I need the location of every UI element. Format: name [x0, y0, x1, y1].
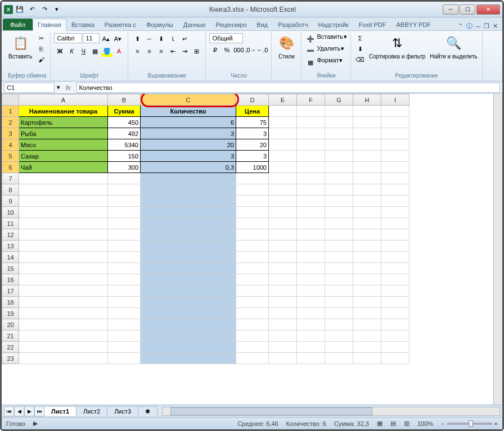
cell-A1[interactable]: Наименование товара [19, 106, 108, 117]
col-header-H[interactable]: H [353, 94, 381, 106]
cell-H19[interactable] [353, 308, 381, 319]
sheet-tab-3[interactable]: Лист3 [107, 406, 138, 416]
cell-I9[interactable] [381, 196, 410, 207]
cell-D3[interactable]: 3 [236, 128, 269, 139]
cell-F6[interactable] [297, 162, 325, 173]
cell-B19[interactable] [108, 308, 141, 319]
fill-icon[interactable]: ⬇ [354, 44, 366, 54]
view-pagebreak-icon[interactable]: ▥ [404, 420, 410, 427]
tab-formulas[interactable]: Формулы [141, 19, 178, 30]
row-header-7[interactable]: 7 [2, 173, 19, 184]
cell-A6[interactable]: Чай [19, 162, 108, 173]
row-header-20[interactable]: 20 [2, 319, 19, 330]
cell-D18[interactable] [236, 297, 269, 308]
cell-F22[interactable] [297, 342, 325, 353]
cell-B23[interactable] [108, 353, 141, 364]
cell-I15[interactable] [381, 263, 410, 274]
cell-E11[interactable] [269, 218, 297, 229]
cell-E23[interactable] [269, 353, 297, 364]
cell-A3[interactable]: Рыба [19, 128, 108, 139]
cell-D10[interactable] [236, 207, 269, 218]
cell-C18[interactable] [141, 297, 236, 308]
cell-C1[interactable]: Количество [141, 106, 236, 117]
wrap-text-icon[interactable]: ↵ [179, 33, 190, 44]
cell-B13[interactable] [108, 241, 141, 252]
cell-G21[interactable] [325, 330, 353, 342]
align-bottom-icon[interactable]: ⬇ [155, 33, 166, 44]
cell-H4[interactable] [353, 139, 381, 151]
qat-redo-icon[interactable]: ↷ [39, 4, 50, 15]
doc-restore-icon[interactable]: ❐ [484, 22, 489, 30]
cell-C14[interactable] [141, 252, 236, 263]
cell-F13[interactable] [297, 241, 325, 252]
qat-dropdown-icon[interactable]: ▾ [51, 4, 62, 15]
cell-G12[interactable] [325, 229, 353, 241]
cell-H22[interactable] [353, 342, 381, 353]
view-normal-icon[interactable]: ▦ [377, 420, 382, 427]
cell-H12[interactable] [353, 229, 381, 241]
cell-I19[interactable] [381, 308, 410, 319]
horizontal-scrollbar[interactable] [162, 407, 500, 416]
sheet-tab-2[interactable]: Лист2 [76, 406, 107, 416]
cell-H23[interactable] [353, 353, 381, 364]
row-header-3[interactable]: 3 [2, 128, 19, 139]
increase-indent-icon[interactable]: ⇥ [179, 46, 190, 57]
cell-E9[interactable] [269, 196, 297, 207]
cell-D16[interactable] [236, 274, 269, 285]
cut-icon[interactable]: ✂ [35, 33, 47, 43]
cell-G8[interactable] [325, 184, 353, 196]
tab-review[interactable]: Рецензиро [211, 19, 252, 30]
border-icon[interactable]: ▦ [89, 46, 101, 57]
cell-B6[interactable]: 300 [108, 162, 141, 173]
cell-A4[interactable]: Мясо [19, 139, 108, 151]
row-header-17[interactable]: 17 [2, 285, 19, 297]
col-header-A[interactable]: A [19, 94, 108, 106]
sheet-tab-1[interactable]: Лист1 [44, 406, 76, 416]
cell-A2[interactable]: Картофель [19, 117, 108, 128]
orientation-icon[interactable]: ⤹ [167, 33, 178, 44]
find-select-button[interactable]: 🔍 Найти и выделить [429, 33, 478, 61]
cell-I11[interactable] [381, 218, 410, 229]
cell-C10[interactable] [141, 207, 236, 218]
cell-A11[interactable] [19, 218, 108, 229]
cell-G14[interactable] [325, 252, 353, 263]
cell-A7[interactable] [19, 173, 108, 184]
cell-B21[interactable] [108, 330, 141, 342]
qat-save-icon[interactable]: 💾 [14, 4, 25, 15]
cell-I23[interactable] [381, 353, 410, 364]
tab-abbyy[interactable]: ABBYY PDF [392, 19, 436, 30]
cell-D21[interactable] [236, 330, 269, 342]
cell-F10[interactable] [297, 207, 325, 218]
cell-E8[interactable] [269, 184, 297, 196]
cell-I8[interactable] [381, 184, 410, 196]
cell-H18[interactable] [353, 297, 381, 308]
cell-I18[interactable] [381, 297, 410, 308]
cell-B4[interactable]: 5340 [108, 139, 141, 151]
row-header-15[interactable]: 15 [2, 263, 19, 274]
cell-B3[interactable]: 492 [108, 128, 141, 139]
cell-I3[interactable] [381, 128, 410, 139]
align-middle-icon[interactable]: ↔ [143, 33, 155, 44]
row-header-2[interactable]: 2 [2, 117, 19, 128]
tab-developer[interactable]: Разработч [273, 19, 313, 30]
cell-F15[interactable] [297, 263, 325, 274]
cell-A5[interactable]: Сахар [19, 151, 108, 162]
cell-F1[interactable] [297, 106, 325, 117]
row-header-6[interactable]: 6 [2, 162, 19, 173]
cell-H11[interactable] [353, 218, 381, 229]
tab-insert[interactable]: Вставка [66, 19, 100, 30]
row-header-11[interactable]: 11 [2, 218, 19, 229]
sheet-nav-last[interactable]: ⏭ [34, 406, 44, 416]
font-name-combo[interactable]: Calibri [54, 33, 82, 43]
cell-H1[interactable] [353, 106, 381, 117]
cell-E15[interactable] [269, 263, 297, 274]
cell-G2[interactable] [325, 117, 353, 128]
cell-I16[interactable] [381, 274, 410, 285]
cell-D5[interactable]: 3 [236, 151, 269, 162]
cell-A17[interactable] [19, 285, 108, 297]
cell-H10[interactable] [353, 207, 381, 218]
cell-F17[interactable] [297, 285, 325, 297]
cell-F2[interactable] [297, 117, 325, 128]
row-header-10[interactable]: 10 [2, 207, 19, 218]
cell-B15[interactable] [108, 263, 141, 274]
